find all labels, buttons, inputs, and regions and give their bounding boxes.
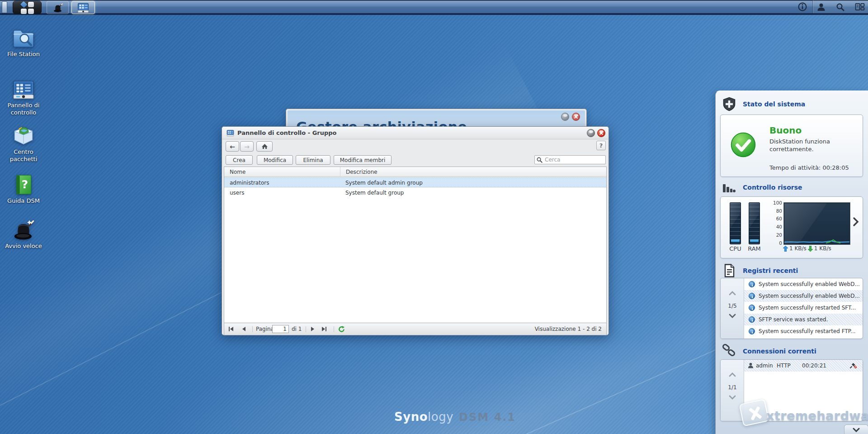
minimize-button[interactable]: [561, 113, 569, 121]
control-panel-icon: [226, 129, 234, 137]
page-down-button[interactable]: [729, 395, 736, 400]
delete-button[interactable]: Elimina: [296, 155, 330, 165]
ram-label: RAM: [746, 245, 763, 252]
desktop-icon-package-center[interactable]: Centro pacchetti: [0, 126, 47, 163]
connection-row[interactable]: admin HTTP 00:20:21: [744, 360, 863, 372]
document-icon: [722, 263, 736, 278]
next-page-button[interactable]: [311, 327, 314, 331]
page-number-input[interactable]: [272, 325, 289, 333]
window-title: Pannello di controllo - Gruppo: [237, 129, 337, 136]
previous-page-button[interactable]: [242, 327, 245, 331]
user-menu-button[interactable]: [816, 2, 826, 12]
dsm-help-icon: ?: [12, 174, 35, 196]
taskbar: [0, 0, 868, 15]
bar-chart-icon: [722, 181, 736, 195]
column-header-description[interactable]: Descrizione: [340, 167, 606, 177]
show-desktop-button[interactable]: [2, 1, 7, 13]
log-text: SFTP service was started.: [759, 316, 828, 323]
user-icon: [748, 362, 754, 368]
panel-collapse-tab[interactable]: [844, 424, 868, 434]
log-entry[interactable]: SFTP service was started.: [744, 314, 863, 325]
search-button[interactable]: [835, 2, 845, 12]
network-throughput: 1 KB/s 1 KB/s: [783, 245, 831, 252]
info-icon: [749, 316, 755, 323]
status-description: DiskStation funziona correttamente.: [769, 138, 830, 153]
log-entry[interactable]: System successfully enabled WebD...: [744, 290, 863, 302]
log-entry[interactable]: System successfully restarted SFT...: [744, 302, 863, 314]
taskbar-right-group: [812, 0, 868, 13]
last-page-icon: [322, 327, 325, 331]
cell-description: System default admin group: [340, 178, 423, 188]
desktop-icon-control-panel[interactable]: Pannello di controllo: [0, 79, 47, 116]
page-label: Pagina: [256, 323, 274, 335]
help-button[interactable]: ?: [596, 141, 606, 150]
edit-members-button[interactable]: Modifica membri: [334, 155, 392, 165]
log-entry[interactable]: System successfully restarted FTP...: [744, 325, 863, 337]
info-button[interactable]: [797, 2, 808, 12]
desktop-icon-quick-start[interactable]: Avvio veloce: [0, 218, 47, 250]
home-button[interactable]: [256, 141, 273, 152]
ram-gauge: [749, 202, 760, 244]
search-input[interactable]: [544, 156, 604, 163]
brand-light: logy: [428, 410, 453, 424]
connection-time: 00:20:21: [802, 362, 826, 369]
status-value: Buono: [769, 125, 802, 136]
connection-page-indicator: 1/1: [721, 384, 744, 391]
forward-button[interactable]: →: [240, 141, 254, 152]
page-down-button[interactable]: [729, 314, 736, 318]
widget-panel: Stato del sistema Buono DiskStation funz…: [715, 91, 868, 434]
log-entry[interactable]: System successfully enabled WebD...: [744, 278, 863, 290]
desktop-icon-dsm-help[interactable]: ? Guida DSM: [0, 174, 47, 205]
shield-icon: [722, 97, 736, 111]
pilot-view-button[interactable]: [854, 2, 865, 12]
file-station-icon: [12, 28, 35, 49]
info-icon: [749, 328, 755, 334]
back-button[interactable]: ←: [226, 141, 239, 152]
desktop-icon-label: Centro pacchetti: [0, 148, 47, 163]
open-resource-monitor-button[interactable]: [853, 217, 859, 227]
search-icon: [836, 3, 844, 11]
refresh-button[interactable]: [338, 326, 345, 333]
separator: [252, 326, 253, 332]
back-arrow-icon: ←: [230, 143, 235, 150]
taskbar-app-quick-start[interactable]: [47, 1, 69, 14]
window-toolbar: Crea Modifica Elimina Modifica membri: [222, 153, 609, 167]
create-button[interactable]: Crea: [226, 155, 253, 165]
cell-description: System default group: [340, 188, 404, 198]
menu-diamond: [20, 1, 28, 8]
disconnect-icon[interactable]: [849, 362, 857, 369]
main-menu-button[interactable]: [13, 1, 42, 14]
menu-square: [21, 9, 27, 14]
cell-name: administrators: [224, 178, 340, 188]
page-up-button[interactable]: [729, 372, 736, 377]
first-page-button[interactable]: [229, 327, 233, 331]
table-row[interactable]: administrators System default admin grou…: [224, 177, 606, 187]
minimize-button[interactable]: [587, 129, 595, 137]
menu-square: [28, 2, 34, 7]
magic-hat-icon: [52, 2, 63, 13]
separator: [306, 326, 306, 332]
next-page-icon: [311, 327, 314, 331]
desktop-icon-file-station[interactable]: File Station: [0, 28, 47, 58]
table-header[interactable]: Nome Descrizione: [224, 167, 606, 177]
window-titlebar[interactable]: Pannello di controllo - Gruppo: [222, 127, 609, 139]
edit-button[interactable]: Modifica: [257, 155, 293, 165]
network-graph: [784, 203, 850, 244]
home-icon: [261, 143, 268, 149]
close-button[interactable]: [572, 113, 580, 121]
last-page-icon: [326, 327, 326, 331]
last-page-button[interactable]: [322, 327, 326, 331]
log-text: System successfully enabled WebD...: [759, 281, 860, 287]
column-header-name[interactable]: Nome: [224, 167, 340, 177]
taskbar-app-control-panel[interactable]: [71, 1, 95, 14]
page-up-button[interactable]: [729, 291, 736, 296]
close-button[interactable]: [597, 129, 605, 137]
cell-name: users: [224, 188, 340, 198]
connection-user: admin: [756, 362, 773, 369]
log-rows: System successfully enabled WebD... Syst…: [744, 278, 863, 339]
table-row[interactable]: users System default group: [224, 188, 606, 198]
desktop-icon-label: Pannello di controllo: [0, 102, 47, 116]
pagination-status: Visualizzazione 1 - 2 di 2: [535, 323, 602, 335]
control-panel-icon: [12, 79, 35, 100]
info-icon: [749, 305, 755, 311]
